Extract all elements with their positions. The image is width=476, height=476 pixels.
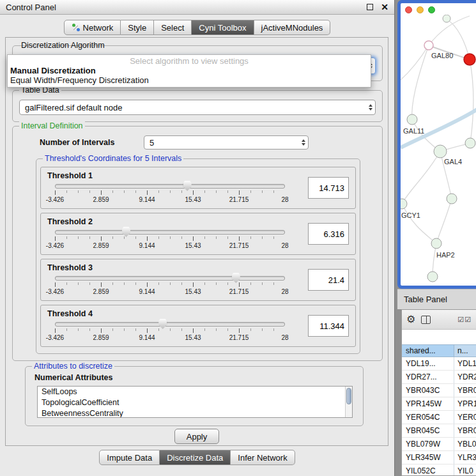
table-cell[interactable]: YBR045C: [402, 424, 454, 437]
table-row[interactable]: YER054CYER0: [402, 411, 476, 424]
select-columns-icons[interactable]: ☑☑: [457, 316, 472, 324]
table-cell[interactable]: YPR1: [454, 397, 476, 410]
tab-label: Cyni Toolbox: [199, 23, 246, 33]
network-node-selected[interactable]: [464, 54, 475, 65]
table-data-combobox[interactable]: galFiltered.sif default node: [19, 100, 376, 115]
slider-thumb[interactable]: [158, 319, 167, 329]
number-of-intervals-combobox[interactable]: 5: [144, 135, 309, 150]
tab-label: Style: [128, 23, 146, 33]
table-cell[interactable]: YBL079W: [402, 438, 454, 450]
table-cell[interactable]: YBL0: [454, 438, 476, 450]
scale-label: 2.859: [93, 196, 109, 203]
threshold-label: Threshold 2: [47, 217, 93, 226]
mac-close-icon[interactable]: [405, 6, 412, 13]
network-node[interactable]: [447, 194, 457, 204]
network-node[interactable]: [401, 199, 407, 209]
tab-discretize-data[interactable]: Discretize Data: [160, 450, 231, 465]
table-cell[interactable]: YER054C: [402, 411, 454, 424]
table-cell[interactable]: YBR043C: [402, 384, 454, 397]
tab-select[interactable]: Select: [154, 20, 192, 35]
column-header[interactable]: n...: [454, 345, 476, 357]
columns-icon[interactable]: [421, 316, 431, 324]
table-cell[interactable]: YDL19...: [402, 357, 454, 370]
table-row[interactable]: YBR045CYBR0: [402, 424, 476, 438]
table-row[interactable]: YPR145WYPR1: [402, 397, 476, 411]
tab-infer-network[interactable]: Infer Network: [231, 450, 295, 465]
network-canvas[interactable]: GAL80GAL11GAL4GCY1HAP2: [401, 15, 476, 289]
float-window-icon[interactable]: [367, 4, 373, 10]
column-header[interactable]: shared...: [402, 345, 454, 357]
slider-thumb[interactable]: [122, 227, 130, 237]
apply-button[interactable]: Apply: [174, 429, 219, 444]
threshold-slider[interactable]: -3.4262.8599.14415.4321.71528: [55, 322, 285, 342]
table-cell[interactable]: YDL1: [454, 357, 476, 370]
threshold-value-field[interactable]: [308, 269, 349, 291]
table-cell[interactable]: YIL052C: [402, 464, 454, 476]
attribute-list-item[interactable]: SelfLoops: [38, 387, 352, 397]
table-cell[interactable]: YLR3: [454, 451, 476, 464]
close-icon[interactable]: ✕: [381, 4, 388, 10]
threshold-value-field[interactable]: [308, 223, 349, 245]
attribute-list-item[interactable]: TopologicalCoefficient: [38, 397, 352, 408]
scale-label: 15.43: [185, 196, 201, 203]
table-cell[interactable]: YER0: [454, 411, 476, 424]
threshold-slider[interactable]: -3.4262.8599.14415.4321.71528: [55, 184, 285, 204]
threshold-value-field[interactable]: [308, 177, 349, 199]
gear-icon[interactable]: ⚙: [406, 314, 415, 325]
table-row[interactable]: YIL052CYIL0: [402, 464, 476, 476]
table-cell[interactable]: YBR0: [454, 384, 476, 397]
slider-thumb[interactable]: [232, 273, 240, 283]
mac-minimize-icon[interactable]: [417, 6, 424, 13]
table-row[interactable]: YDR27...YDR2: [402, 371, 476, 384]
scale-label: -3.426: [46, 196, 64, 203]
network-node[interactable]: [465, 138, 475, 148]
scale-label: 28: [281, 334, 288, 341]
number-of-intervals-label: Number of Intervals: [40, 138, 114, 147]
mac-zoom-icon[interactable]: [428, 6, 435, 13]
network-node[interactable]: [424, 41, 433, 50]
slider-track[interactable]: [55, 230, 285, 234]
threshold-slider[interactable]: -3.4262.8599.14415.4321.71528: [55, 230, 285, 250]
window-title: Control Panel: [6, 3, 56, 12]
table-cell[interactable]: YBR0: [454, 424, 476, 437]
network-node[interactable]: [427, 272, 438, 282]
table-cell[interactable]: YLR345W: [402, 451, 454, 464]
slider-track[interactable]: [55, 276, 285, 280]
slider-track[interactable]: [55, 184, 285, 188]
dropdown-item-equal-width-frequency[interactable]: Equal Width/Frequency Discretization: [8, 75, 371, 85]
table-row[interactable]: YBL079WYBL0: [402, 438, 476, 451]
threshold-value-field[interactable]: [308, 315, 349, 337]
table-row[interactable]: YLR345WYLR3: [402, 451, 476, 464]
table-cell[interactable]: YIL0: [454, 464, 476, 476]
network-view-panel[interactable]: GAL80GAL11GAL4GCY1HAP2: [397, 0, 476, 289]
tab-cyni-toolbox[interactable]: Cyni Toolbox: [192, 20, 254, 35]
tab-jactivemnodules[interactable]: jActiveMNodules: [254, 20, 331, 35]
threshold-slider[interactable]: -3.4262.8599.14415.4321.71528: [55, 276, 285, 296]
slider-ticks: [55, 282, 285, 288]
scale-label: 15.43: [185, 242, 201, 249]
scale-label: -3.426: [46, 334, 64, 341]
tab-impute-data[interactable]: Impute Data: [99, 450, 160, 465]
table-row[interactable]: YBR043CYBR0: [402, 384, 476, 397]
attribute-list-item[interactable]: BetweennessCentrality: [38, 408, 352, 418]
network-edge: [402, 204, 436, 243]
node-table: shared...n... YDL19...YDL1YDR27...YDR2YB…: [402, 344, 476, 476]
scrollbar-thumb[interactable]: [346, 388, 351, 404]
table-row[interactable]: YDL19...YDL1: [402, 357, 476, 371]
network-node[interactable]: [407, 114, 417, 125]
table-cell[interactable]: YDR2: [454, 371, 476, 383]
dropdown-item-manual-discretization[interactable]: Manual Discretization: [8, 66, 371, 75]
tab-network[interactable]: Network: [64, 20, 121, 35]
network-node[interactable]: [431, 238, 441, 249]
slider-track[interactable]: [55, 322, 285, 326]
scale-label: 21.715: [229, 288, 249, 295]
table-cell[interactable]: YDR27...: [402, 371, 454, 383]
list-scrollbar[interactable]: [345, 387, 352, 417]
stepper-icon: [369, 104, 372, 111]
tab-label: Discretize Data: [167, 453, 223, 463]
tab-style[interactable]: Style: [121, 20, 154, 35]
network-node[interactable]: [434, 145, 447, 158]
table-cell[interactable]: YPR145W: [402, 397, 454, 410]
slider-thumb[interactable]: [183, 181, 192, 191]
network-node[interactable]: [443, 15, 450, 22]
